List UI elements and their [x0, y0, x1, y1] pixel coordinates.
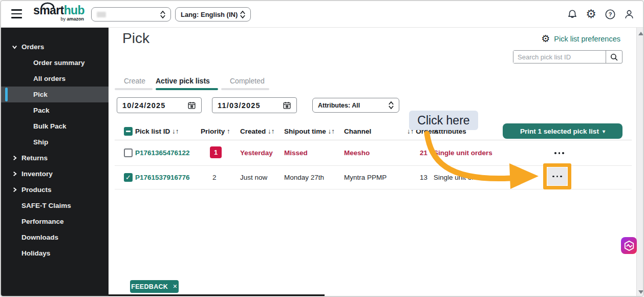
sidebar-item-returns[interactable]: Returns — [1, 150, 109, 166]
svg-text:?: ? — [608, 11, 612, 17]
account-selector[interactable] — [91, 7, 171, 22]
indeterminate-mark-icon — [126, 131, 131, 132]
topbar-icon-group: ⚙ ? — [566, 8, 635, 20]
bell-icon[interactable] — [566, 8, 578, 20]
tab-active-pick-lists[interactable]: Active pick lists — [156, 77, 210, 85]
sidebar-item-all-orders[interactable]: All orders — [1, 71, 109, 87]
chevron-right-icon — [12, 155, 17, 161]
sidebar-item-order-summary[interactable]: Order summary — [1, 55, 109, 71]
orders-cell: 21 — [405, 149, 427, 157]
sidebar-item-pack[interactable]: Pack — [1, 102, 109, 118]
created-cell: Just now — [240, 174, 267, 181]
scroll-up-icon[interactable] — [638, 32, 643, 35]
sidebar-item-orders[interactable]: Orders — [1, 39, 109, 55]
tab-create[interactable]: Create — [124, 77, 145, 85]
sidebar-item-bulk-pack[interactable]: Bulk Pack — [1, 118, 109, 134]
shipout-cell: Monday 27th — [284, 174, 324, 181]
priority-badge: 1 — [210, 146, 222, 158]
column-header-pick-list-id[interactable]: Pick list ID ↓↑ — [135, 128, 179, 135]
attributes-cell: Single unit orders — [434, 174, 487, 181]
select-chevrons-icon — [240, 11, 245, 18]
priority-cell: 2 — [212, 174, 217, 181]
language-selector-value: Lang: English (IN) — [181, 11, 238, 18]
channel-cell: Myntra PPMP — [344, 174, 387, 181]
column-header-created[interactable]: Created ↓↑ — [240, 128, 275, 135]
select-all-checkbox[interactable] — [124, 127, 133, 136]
row-actions-button[interactable] — [554, 152, 564, 154]
hamburger-menu-icon[interactable] — [11, 9, 22, 19]
column-header-shipout-time[interactable]: Shipout time ↓↑ — [284, 128, 335, 135]
shipout-cell: Missed — [284, 149, 308, 157]
redacted-account-text — [97, 12, 106, 17]
search-pick-list-box — [513, 50, 622, 63]
table-divider — [115, 140, 632, 140]
search-icon[interactable] — [606, 51, 622, 63]
attributes-cell: Single unit orders — [434, 149, 492, 157]
tab-underline — [221, 88, 269, 90]
column-header-channel[interactable]: Channel — [344, 128, 371, 135]
logo-byline: by amazon — [33, 17, 84, 22]
feedback-button[interactable]: FEEDBACK ✕ — [130, 280, 179, 293]
row-checkbox[interactable] — [124, 148, 133, 157]
vertical-scrollbar[interactable] — [636, 28, 644, 297]
orders-cell: 13 — [405, 174, 427, 181]
pick-list-preferences-link[interactable]: ⚙ Pick list preferences — [541, 34, 620, 44]
click-here-annotation: Click here — [409, 111, 478, 130]
logo-hub: hub — [64, 4, 84, 17]
calendar-icon[interactable] — [283, 101, 291, 110]
channel-cell: Meesho — [344, 149, 370, 157]
highlight-box — [543, 163, 571, 189]
logo-arch-icon — [40, 2, 55, 8]
search-input[interactable] — [513, 51, 606, 63]
gear-icon: ⚙ — [541, 34, 550, 44]
extension-icon[interactable] — [621, 237, 637, 254]
ellipsis-icon — [552, 176, 562, 178]
date-to-field[interactable]: 11/03/2025 — [212, 97, 297, 113]
app-window: smarthub by amazon Lang: English (IN) — [0, 0, 644, 297]
sidebar-item-holidays[interactable]: Holidays — [1, 245, 109, 261]
row-actions-button-highlighted[interactable] — [547, 167, 567, 185]
smarthub-logo: smarthub by amazon — [33, 5, 84, 22]
sidebar-item-performance[interactable]: Performance — [1, 214, 109, 229]
sidebar-item-ship[interactable]: Ship — [1, 134, 109, 150]
date-from-field[interactable]: 10/24/2025 — [117, 97, 202, 113]
created-cell: Yesterday — [240, 149, 273, 157]
row-checkbox-checked[interactable]: ✓ — [124, 173, 133, 182]
user-icon[interactable] — [623, 8, 635, 20]
calendar-icon[interactable] — [187, 101, 196, 110]
sidebar-item-pick[interactable]: Pick — [1, 87, 109, 102]
sidebar-item-inventory[interactable]: Inventory — [1, 166, 109, 182]
caret-down-icon: ▾ — [603, 129, 605, 134]
sidebar-item-products[interactable]: Products — [1, 182, 109, 198]
window-edge — [109, 294, 325, 297]
scroll-down-icon[interactable] — [638, 290, 643, 294]
print-selected-button[interactable]: Print 1 selected pick list ▾ — [503, 123, 622, 139]
top-bar: smarthub by amazon Lang: English (IN) — [1, 1, 644, 28]
chevron-right-icon — [12, 171, 17, 177]
sidebar-item-safe-t-claims[interactable]: SAFE-T Claims — [1, 198, 109, 214]
sidebar-item-downloads[interactable]: Downloads — [1, 229, 109, 245]
page-title: Pick — [122, 30, 149, 47]
sidebar-nav: Orders Order summary All orders Pick Pac… — [1, 28, 109, 297]
tab-completed[interactable]: Completed — [230, 77, 265, 85]
pick-list-id-link[interactable]: P1761537916776 — [135, 174, 190, 181]
help-icon[interactable]: ? — [604, 8, 616, 20]
chevron-down-icon — [12, 44, 17, 50]
gear-icon[interactable]: ⚙ — [585, 8, 597, 20]
column-header-priority[interactable]: Priority ↑ — [201, 128, 230, 135]
close-icon[interactable]: ✕ — [173, 283, 178, 290]
active-tab-underline — [156, 88, 218, 90]
chevron-right-icon — [12, 187, 17, 193]
pick-list-id-link[interactable]: P1761365476122 — [135, 149, 190, 157]
attributes-filter-select[interactable]: Attributes: All — [312, 98, 399, 113]
language-selector[interactable]: Lang: English (IN) — [175, 7, 251, 22]
select-chevrons-icon — [389, 101, 394, 109]
tab-underline — [115, 88, 153, 90]
select-chevrons-icon — [160, 11, 165, 18]
